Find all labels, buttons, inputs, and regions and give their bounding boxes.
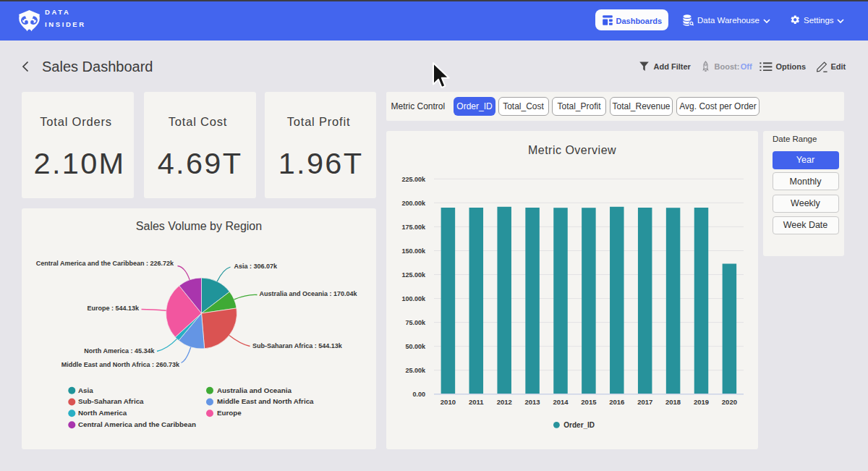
svg-text:Order_ID: Order_ID [563,421,595,429]
svg-text:2019: 2019 [694,397,709,405]
svg-text:50.00k: 50.00k [405,343,426,350]
svg-text:2012: 2012 [497,397,512,405]
svg-text:100.00k: 100.00k [401,295,426,302]
svg-text:150.00k: 150.00k [401,247,426,255]
svg-text:2011: 2011 [469,397,484,405]
svg-text:2018: 2018 [665,397,681,405]
svg-text:2020: 2020 [722,397,737,405]
svg-text:2015: 2015 [581,397,597,405]
svg-text:2013: 2013 [525,397,540,405]
svg-text:75.00k: 75.00k [405,319,426,326]
svg-text:2014: 2014 [553,397,569,405]
svg-text:175.00k: 175.00k [401,223,426,230]
svg-text:2010: 2010 [441,397,456,405]
svg-text:125.00k: 125.00k [401,271,426,279]
svg-text:225.00k: 225.00k [401,175,426,182]
svg-text:2016: 2016 [609,397,624,405]
svg-text:2017: 2017 [637,397,652,405]
svg-text:0.00: 0.00 [412,391,425,398]
svg-text:25.00k: 25.00k [405,367,426,374]
svg-text:200.00k: 200.00k [401,199,426,206]
